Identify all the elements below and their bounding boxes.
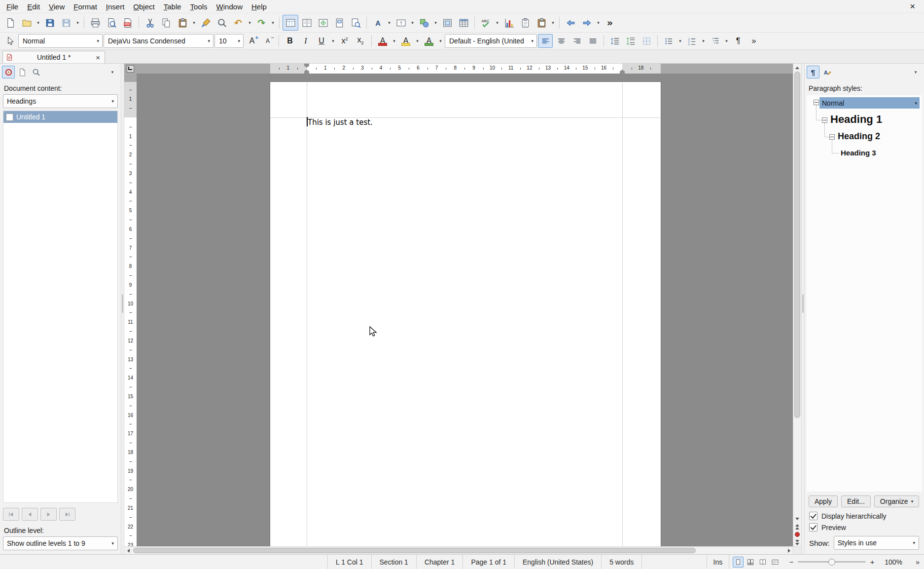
tab-stop-type-icon[interactable] [127, 65, 134, 73]
undo-dropdown[interactable]: ▾ [247, 15, 253, 30]
open-dropdown[interactable]: ▾ [35, 15, 41, 30]
font-color-dropdown[interactable]: ▾ [391, 34, 397, 48]
single-page-view-button[interactable] [733, 557, 744, 568]
expander-icon[interactable] [814, 100, 819, 105]
language-select[interactable]: Default - English (United▾ [445, 34, 537, 48]
undo-icon[interactable]: ↶ [230, 15, 246, 31]
align-center-icon[interactable] [554, 34, 569, 48]
open-icon[interactable] [19, 15, 35, 31]
new-document-icon[interactable] [2, 15, 18, 31]
horizontal-scrollbar[interactable] [124, 546, 793, 554]
statusbar-overflow-icon[interactable]: » [911, 555, 924, 569]
paste-special-icon[interactable] [533, 15, 549, 31]
save-icon[interactable] [42, 15, 58, 31]
styles-tree[interactable]: Normal ▾ Heading 1 Heading 2 Heading 3 [807, 95, 922, 492]
font-name-select[interactable]: DejaVu Sans Condensed▾ [104, 34, 213, 48]
splitter-grip[interactable] [122, 294, 123, 313]
vertical-scrollbar[interactable] [793, 64, 801, 546]
page-thumbnails-icon[interactable] [16, 66, 29, 78]
align-justify-icon[interactable] [585, 34, 600, 48]
vertical-scroll-track[interactable] [793, 72, 801, 515]
background-color-icon[interactable]: A [422, 34, 436, 48]
view-web-icon[interactable] [315, 15, 331, 31]
insert-frame-icon[interactable] [439, 15, 455, 31]
view-single-page-icon[interactable] [283, 15, 298, 31]
paragraph-spacing-icon[interactable] [623, 34, 638, 48]
redo-dropdown[interactable]: ▾ [270, 15, 276, 30]
insert-text-box-dropdown[interactable]: ▾ [409, 15, 416, 30]
book-view-button[interactable] [757, 557, 768, 568]
scroll-right-icon[interactable] [785, 547, 793, 555]
bullet-list-dropdown[interactable]: ▾ [677, 34, 683, 48]
search-icon[interactable] [30, 66, 42, 78]
expander-icon[interactable] [829, 134, 835, 140]
document-page[interactable]: This is just a test. [270, 82, 661, 546]
fontwork-icon[interactable] [370, 15, 386, 31]
highlight-color-dropdown[interactable]: ▾ [414, 34, 421, 48]
menu-help[interactable]: Help [247, 1, 271, 12]
insert-chart-icon[interactable] [501, 15, 517, 31]
vertical-scroll-thumb[interactable] [794, 72, 800, 418]
copy-icon[interactable] [158, 15, 174, 31]
demote-dropdown[interactable]: ▾ [595, 15, 602, 30]
align-left-icon[interactable] [538, 34, 553, 48]
borders-icon[interactable] [639, 34, 654, 48]
document-tab[interactable]: Untitled 1 * × [2, 51, 105, 63]
outline-list-icon[interactable] [708, 34, 722, 48]
menu-tools[interactable]: Tools [186, 1, 212, 12]
edit-button[interactable]: Edit... [841, 495, 871, 507]
underline-dropdown[interactable]: ▾ [330, 34, 336, 48]
scroll-down-icon[interactable] [793, 515, 801, 523]
styles-panel-menu-dropdown[interactable]: ▾ [909, 66, 922, 78]
outline-list-dropdown[interactable]: ▾ [723, 34, 730, 48]
scroll-up-icon[interactable] [793, 64, 801, 72]
bullet-list-icon[interactable] [661, 34, 676, 48]
zoom-out-icon[interactable]: − [788, 558, 794, 566]
menu-edit[interactable]: Edit [23, 1, 44, 12]
zoom-value[interactable]: 100% [880, 555, 911, 569]
paste-dropdown[interactable]: ▾ [191, 15, 197, 30]
document-text[interactable]: This is just a test. [308, 118, 373, 127]
status-cell[interactable]: 5 words [602, 555, 642, 569]
superscript-icon[interactable]: x2 [337, 34, 352, 48]
find-replace-icon[interactable] [214, 15, 230, 31]
paste-special-dropdown[interactable]: ▾ [550, 15, 556, 30]
line-spacing-icon[interactable] [607, 34, 622, 48]
style-row-heading1[interactable]: Heading 1 [830, 113, 882, 126]
redo-icon[interactable]: ↷ [253, 15, 269, 31]
status-cell[interactable]: English (United States) [515, 555, 602, 569]
multi-page-view-button[interactable] [745, 557, 756, 568]
window-close-icon[interactable]: × [903, 2, 922, 11]
chevron-down-icon[interactable]: ▾ [915, 101, 917, 106]
grow-font-icon[interactable]: A+ [245, 34, 259, 48]
style-row-heading3[interactable]: Heading 3 [841, 149, 876, 157]
paragraph-style-select[interactable]: Normal▾ [18, 34, 103, 48]
print-preview-icon[interactable] [104, 15, 119, 31]
paragraph-styles-icon[interactable]: ¶ [807, 66, 819, 78]
list-item[interactable]: Untitled 1 [3, 111, 117, 123]
align-right-icon[interactable] [569, 34, 584, 48]
font-color-icon[interactable]: A [375, 34, 390, 48]
web-view-button[interactable] [770, 557, 781, 568]
subscript-icon[interactable]: x2 [353, 34, 368, 48]
zoom-slider-track[interactable] [798, 561, 866, 563]
menu-format[interactable]: Format [69, 1, 102, 12]
style-row-heading2[interactable]: Heading 2 [838, 131, 880, 142]
horizontal-scroll-track[interactable] [132, 547, 785, 554]
clipboard-icon[interactable] [517, 15, 533, 31]
horizontal-scroll-thumb[interactable] [133, 548, 696, 553]
save-as-icon[interactable] [58, 15, 74, 31]
save-as-dropdown[interactable]: ▾ [74, 15, 81, 30]
underline-icon[interactable]: U [314, 34, 329, 48]
menu-object[interactable]: Object [129, 1, 159, 12]
insert-table-icon[interactable] [456, 15, 471, 31]
view-two-pages-icon[interactable] [299, 15, 315, 31]
outline-level-select[interactable]: Show outline levels 1 to 9 ▾ [3, 536, 118, 550]
highlight-color-icon[interactable]: A [398, 34, 413, 48]
content-navigator-icon[interactable] [2, 66, 15, 78]
menu-view[interactable]: View [44, 1, 69, 12]
menu-table[interactable]: Table [159, 1, 186, 12]
preview-checkbox[interactable] [809, 523, 817, 531]
italic-icon[interactable]: I [298, 34, 313, 48]
status-cell[interactable]: Page 1 of 1 [463, 555, 515, 569]
